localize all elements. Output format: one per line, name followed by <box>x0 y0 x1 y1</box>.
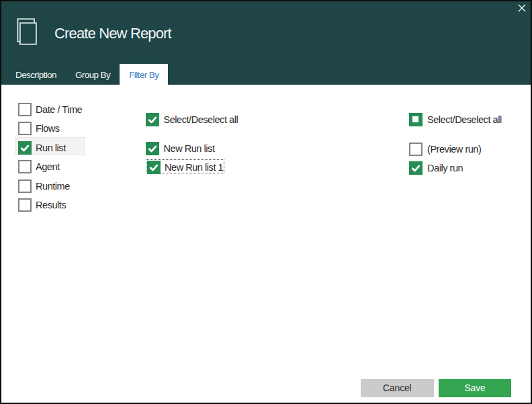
close-button[interactable] <box>513 0 531 16</box>
select-all-label: Select/Deselect all <box>427 113 502 127</box>
option-checkbox[interactable] <box>409 161 423 175</box>
select-all-label: Select/Deselect all <box>164 113 238 127</box>
category-checkbox[interactable] <box>18 160 32 173</box>
select-all-checkbox-indeterminate[interactable] <box>409 113 423 126</box>
save-button[interactable]: Save <box>439 379 511 397</box>
option-row[interactable]: New Run list 1 <box>147 161 224 174</box>
checkmark-icon <box>409 161 423 175</box>
tab[interactable]: Group By <box>66 64 120 85</box>
filter-category-row[interactable]: Date / Time <box>15 99 85 118</box>
option-row[interactable]: New Run list <box>146 142 215 155</box>
report-document-icon <box>16 17 38 46</box>
tab-label: Filter By <box>129 70 159 80</box>
category-checkbox[interactable] <box>18 141 32 155</box>
category-label: Run list <box>36 141 66 155</box>
run-list-select-all-row[interactable]: Select/Deselect all <box>146 113 238 126</box>
category-label: Results <box>36 198 66 212</box>
checkmark-icon <box>146 113 159 126</box>
filter-category-row[interactable]: Runtime <box>15 175 85 194</box>
option-row[interactable]: (Preview run) <box>409 143 482 156</box>
cancel-button[interactable]: Cancel <box>361 379 434 397</box>
option-checkbox[interactable] <box>409 143 423 156</box>
checkmark-icon <box>146 142 159 155</box>
option-row[interactable]: Daily run <box>409 161 463 175</box>
dialog-header: Create New Report Description Group By F… <box>0 0 532 85</box>
filter-category-row[interactable]: Results <box>15 195 85 213</box>
close-x-icon <box>518 4 526 12</box>
checkmark-icon <box>147 161 161 174</box>
create-new-report-dialog: Create New Report Description Group By F… <box>0 0 532 404</box>
option-checkbox[interactable] <box>147 161 161 174</box>
category-label: Agent <box>36 160 60 173</box>
tab-label: Description <box>15 70 56 80</box>
option-label: New Run list 1 <box>165 161 223 175</box>
category-checkbox[interactable] <box>18 179 32 193</box>
category-checkbox[interactable] <box>18 122 32 135</box>
dialog-title: Create New Report <box>54 25 171 42</box>
filter-category-row[interactable]: Flows <box>15 118 85 136</box>
option-label: Daily run <box>427 161 463 175</box>
filter-category-row[interactable]: Run list <box>15 137 85 155</box>
category-checkbox[interactable] <box>18 198 32 212</box>
category-label: Runtime <box>36 179 70 193</box>
flows-select-all-row[interactable]: Select/Deselect all <box>409 113 502 126</box>
tab-bar: Description Group By Filter By <box>6 64 168 85</box>
category-label: Date / Time <box>36 103 82 116</box>
tab-label: Group By <box>75 70 110 80</box>
checkmark-icon <box>18 141 32 155</box>
filter-category-row[interactable]: Agent <box>15 157 85 175</box>
category-checkbox[interactable] <box>18 103 32 116</box>
tab[interactable]: Description <box>6 64 66 85</box>
option-label: New Run list <box>164 142 215 156</box>
option-checkbox[interactable] <box>146 142 159 155</box>
option-label: (Preview run) <box>427 143 481 157</box>
category-label: Flows <box>36 122 60 135</box>
tab[interactable]: Filter By <box>120 64 168 85</box>
select-all-checkbox[interactable] <box>146 113 159 126</box>
